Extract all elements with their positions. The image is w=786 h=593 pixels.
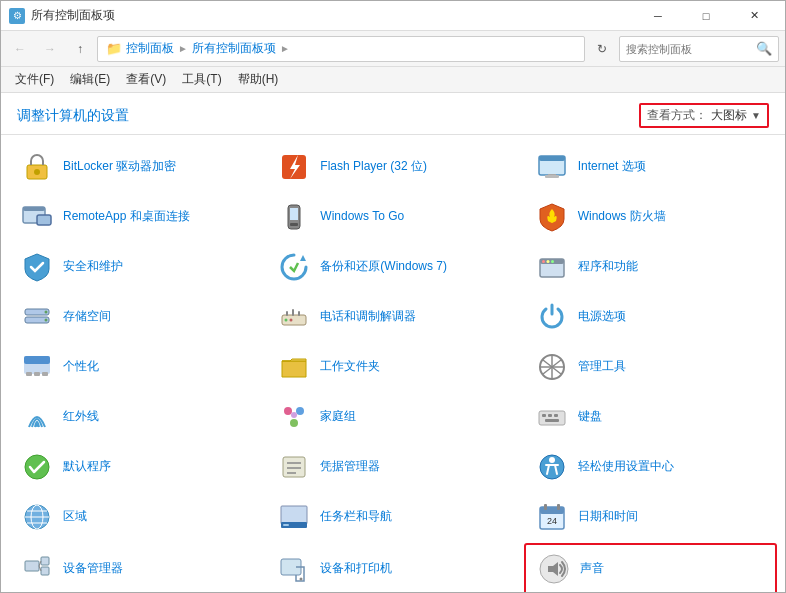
grid-item-personalize[interactable]: 个性化 — [9, 343, 262, 391]
menu-view[interactable]: 查看(V) — [118, 67, 174, 93]
search-input[interactable] — [626, 43, 752, 55]
grid-item-programs[interactable]: 程序和功能 — [524, 243, 777, 291]
grid-item-taskbar[interactable]: 任务栏和导航 — [266, 493, 519, 541]
up-button[interactable]: ↑ — [67, 36, 93, 62]
credentials-icon — [276, 449, 312, 485]
search-icon: 🔍 — [756, 41, 772, 56]
grid-item-easeofaccess[interactable]: 轻松使用设置中心 — [524, 443, 777, 491]
default-label: 默认程序 — [63, 459, 111, 475]
svg-point-19 — [551, 260, 554, 263]
infrared-icon — [19, 399, 55, 435]
breadcrumb-end-sep: ► — [280, 43, 290, 54]
grid-item-internet[interactable]: Internet 选项 — [524, 143, 777, 191]
close-button[interactable]: ✕ — [731, 1, 777, 31]
grid-item-sound[interactable]: 声音 — [524, 543, 777, 592]
svg-rect-62 — [281, 506, 307, 524]
infrared-label: 红外线 — [63, 409, 99, 425]
grid-item-devmgr[interactable]: 设备管理器 — [9, 543, 262, 592]
backup-icon — [276, 249, 312, 285]
svg-point-40 — [35, 423, 39, 427]
modem-icon — [276, 299, 312, 335]
svg-rect-9 — [23, 207, 45, 211]
app-icon: ⚙ — [9, 8, 25, 24]
grid-item-credentials[interactable]: 凭据管理器 — [266, 443, 519, 491]
grid-item-devices[interactable]: 设备和打印机 — [266, 543, 519, 592]
grid-item-flash[interactable]: Flash Player (32 位) — [266, 143, 519, 191]
grid-item-keyboard[interactable]: 键盘 — [524, 393, 777, 441]
view-label: 查看方式： — [647, 107, 707, 124]
keyboard-icon — [534, 399, 570, 435]
bitlocker-icon — [19, 149, 55, 185]
svg-text:24: 24 — [547, 516, 557, 526]
refresh-button[interactable]: ↻ — [589, 36, 615, 62]
breadcrumb-bar: 📁 控制面板 ► 所有控制面板项 ► — [97, 36, 585, 62]
sound-label: 声音 — [580, 561, 604, 577]
grid-item-remoteapp[interactable]: RemoteApp 和桌面连接 — [9, 193, 262, 241]
devices-icon — [276, 551, 312, 587]
sound-icon — [536, 551, 572, 587]
programs-icon — [534, 249, 570, 285]
grid-item-datetime[interactable]: 24日期和时间 — [524, 493, 777, 541]
items-container: BitLocker 驱动器加密Flash Player (32 位)Intern… — [1, 135, 785, 592]
devices-label: 设备和打印机 — [320, 561, 392, 577]
admin-icon — [534, 349, 570, 385]
svg-rect-47 — [548, 414, 552, 417]
svg-rect-49 — [545, 419, 559, 422]
svg-rect-66 — [540, 507, 564, 514]
minimize-button[interactable]: ─ — [635, 1, 681, 31]
datetime-icon: 24 — [534, 499, 570, 535]
svg-rect-10 — [37, 215, 51, 225]
grid-item-power[interactable]: 电源选项 — [524, 293, 777, 341]
window-controls: ─ □ ✕ — [635, 1, 777, 31]
svg-rect-64 — [283, 524, 289, 526]
default-icon — [19, 449, 55, 485]
back-button[interactable]: ← — [7, 36, 33, 62]
easeofaccess-icon — [534, 449, 570, 485]
security-icon — [19, 249, 55, 285]
grid-item-region[interactable]: 区域 — [9, 493, 262, 541]
svg-rect-33 — [34, 372, 40, 376]
menu-edit[interactable]: 编辑(E) — [62, 67, 118, 93]
svg-rect-31 — [24, 356, 50, 364]
view-selector[interactable]: 查看方式： 大图标 ▼ — [639, 103, 769, 128]
svg-rect-29 — [298, 311, 300, 316]
grid-item-workfiles[interactable]: 工作文件夹 — [266, 343, 519, 391]
grid-item-infrared[interactable]: 红外线 — [9, 393, 262, 441]
wintogo-icon — [276, 199, 312, 235]
grid-item-homegroup[interactable]: 家庭组 — [266, 393, 519, 441]
title-bar-left: ⚙ 所有控制面板项 — [9, 7, 115, 24]
storage-icon — [19, 299, 55, 335]
workfiles-icon — [276, 349, 312, 385]
grid-item-wintogo[interactable]: Windows To Go — [266, 193, 519, 241]
svg-point-26 — [290, 319, 293, 322]
breadcrumb-folder-icon: 📁 — [106, 41, 122, 56]
grid-item-default[interactable]: 默认程序 — [9, 443, 262, 491]
personalize-label: 个性化 — [63, 359, 99, 375]
svg-point-25 — [285, 319, 288, 322]
forward-button[interactable]: → — [37, 36, 63, 62]
grid-item-bitlocker[interactable]: BitLocker 驱动器加密 — [9, 143, 262, 191]
workfiles-label: 工作文件夹 — [320, 359, 380, 375]
breadcrumb-root[interactable]: 控制面板 — [126, 40, 174, 57]
grid-item-admin[interactable]: 管理工具 — [524, 343, 777, 391]
search-bar[interactable]: 🔍 — [619, 36, 779, 62]
grid-item-backup[interactable]: 备份和还原(Windows 7) — [266, 243, 519, 291]
menu-help[interactable]: 帮助(H) — [230, 67, 287, 93]
grid-item-security[interactable]: 安全和维护 — [9, 243, 262, 291]
svg-marker-14 — [300, 255, 306, 261]
content-header: 调整计算机的设置 查看方式： 大图标 ▼ — [1, 93, 785, 135]
region-icon — [19, 499, 55, 535]
devmgr-icon — [19, 551, 55, 587]
breadcrumb-current[interactable]: 所有控制面板项 — [192, 40, 276, 57]
grid-item-modem[interactable]: 电话和调制解调器 — [266, 293, 519, 341]
maximize-button[interactable]: □ — [683, 1, 729, 31]
grid-item-storage[interactable]: 存储空间 — [9, 293, 262, 341]
svg-rect-68 — [557, 504, 560, 510]
grid-item-firewall[interactable]: Windows 防火墙 — [524, 193, 777, 241]
menu-file[interactable]: 文件(F) — [7, 67, 62, 93]
easeofaccess-label: 轻松使用设置中心 — [578, 459, 674, 475]
window-title: 所有控制面板项 — [31, 7, 115, 24]
menu-tools[interactable]: 工具(T) — [174, 67, 229, 93]
flash-label: Flash Player (32 位) — [320, 159, 427, 175]
svg-rect-71 — [41, 557, 49, 565]
